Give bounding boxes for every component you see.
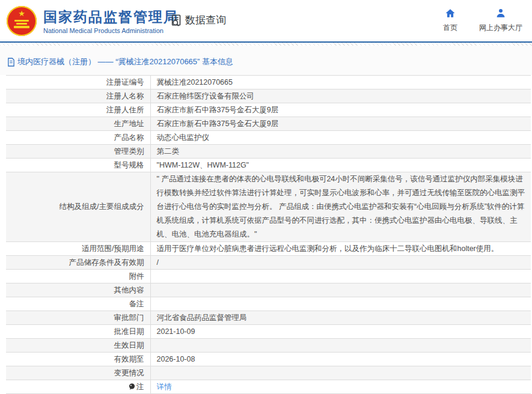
nmpa-logo[interactable]: ★ 国家药品监督管理局 National Medical Products Ad…	[6, 5, 179, 37]
row-label: 产品储存条件及有效期	[6, 256, 150, 270]
breadcrumb-text: 境内医疗器械（注册） —— “冀械注准20212070665” 基本信息	[17, 56, 233, 67]
table-row: 其他内容	[6, 283, 531, 297]
row-label: 变更情况	[6, 366, 150, 380]
data-query-nav[interactable]: 数据查询	[170, 13, 226, 27]
row-label: 适用范围/预期用途	[6, 242, 150, 256]
home-icon	[443, 8, 457, 20]
table-row: 备注	[6, 297, 531, 311]
national-emblem-icon: ★	[6, 5, 37, 37]
row-label: 附件	[6, 270, 150, 283]
table-row: 变更情况	[6, 366, 531, 380]
nav-home-label: 首页	[443, 23, 457, 33]
table-row: 生效日期	[6, 339, 531, 353]
row-label: 有效期至	[6, 353, 150, 366]
row-value	[150, 339, 531, 353]
row-value: 动态心电监护仪	[150, 131, 531, 145]
breadcrumb[interactable]: 境内医疗器械（注册） —— “冀械注准20212070665” 基本信息	[0, 46, 532, 75]
table-row: 型号规格 "HWM-112W、HWM-112G"	[6, 159, 531, 172]
row-label: 其他内容	[6, 283, 150, 297]
table-row: 结构及组成/主要组成成分 " 产品通过连接在患者的体表的心电导联线和电极可24小…	[6, 172, 531, 242]
table-row: 注册证编号 冀械注准20212070665	[6, 76, 531, 89]
site-subtitle: National Medical Products Administration	[43, 27, 179, 34]
table-row: 审批部门 河北省食品药品监督管理局	[6, 311, 531, 325]
registration-info-table: 注册证编号 冀械注准20212070665 注册人名称 石家庄翰纬医疗设备有限公…	[6, 75, 531, 394]
svg-text:★: ★	[18, 9, 25, 18]
table-row: 生产地址 石家庄市新石中路375号金石大厦9层	[6, 117, 531, 131]
table-row: 有效期至 2026-10-08	[6, 353, 531, 366]
table-row: 产品储存条件及有效期 /	[6, 256, 531, 270]
row-value: 第二类	[150, 145, 531, 159]
table-row: 管理类别 第二类	[6, 145, 531, 159]
person-icon	[479, 8, 522, 20]
row-label: 注册人住所	[6, 103, 150, 117]
table-row: 注册人名称 石家庄翰纬医疗设备有限公司	[6, 89, 531, 103]
row-label: 生产地址	[6, 117, 150, 131]
document-icon	[7, 58, 15, 67]
row-label: 产品名称	[6, 131, 150, 145]
row-value: " 产品通过连接在患者的体表的心电导联线和电极可24小时不间断采集信号，该信号通…	[150, 172, 531, 242]
row-value: /	[150, 256, 531, 270]
row-value: 冀械注准20212070665	[150, 76, 531, 89]
row-label: 注册证编号	[6, 76, 150, 89]
data-query-label: 数据查询	[185, 13, 226, 27]
row-value: 河北省食品药品监督管理局	[150, 311, 531, 325]
row-value	[150, 270, 531, 283]
row-label: 备注	[6, 297, 150, 311]
row-label: 结构及组成/主要组成成分	[6, 172, 150, 242]
table-row: 适用范围/预期用途 适用于医疗单位对心脏病患者进行远程心电监测和分析，以及作为临…	[6, 242, 531, 256]
row-label: 审批部门	[6, 311, 150, 325]
data-query-icon	[170, 14, 183, 27]
table-row: 批准日期 2021-10-09	[6, 325, 531, 339]
row-value: 石家庄市新石中路375号金石大厦9层	[150, 103, 531, 117]
row-label: 生效日期	[6, 339, 150, 353]
row-value	[150, 283, 531, 297]
row-label: 注册人名称	[6, 89, 150, 103]
page-header: ★ 国家药品监督管理局 National Medical Products Ad…	[0, 0, 532, 43]
note-icon	[129, 383, 135, 390]
nav-service-hall[interactable]: 网上办事大厅	[479, 8, 522, 33]
table-row: 产品名称 动态心电监护仪	[6, 131, 531, 145]
table-row: 注册人住所 石家庄市新石中路375号金石大厦9层	[6, 103, 531, 117]
row-value: 2026-10-08	[150, 353, 531, 366]
row-value: "HWM-112W、HWM-112G"	[150, 159, 531, 172]
row-value	[150, 366, 531, 380]
table-row: 附件	[6, 270, 531, 283]
row-label: 管理类别	[6, 145, 150, 159]
row-value: 详情	[150, 380, 531, 394]
table-row: 注 详情	[6, 380, 531, 394]
row-label: 注	[6, 380, 150, 394]
row-value: 石家庄翰纬医疗设备有限公司	[150, 89, 531, 103]
nav-service-hall-label: 网上办事大厅	[479, 23, 522, 33]
row-value: 2021-10-09	[150, 325, 531, 339]
row-value: 石家庄市新石中路375号金石大厦9层	[150, 117, 531, 131]
nav-home[interactable]: 首页	[443, 8, 457, 33]
row-value	[150, 297, 531, 311]
row-value: 适用于医疗单位对心脏病患者进行远程心电监测和分析，以及作为临床十二导联心电图机和…	[150, 242, 531, 256]
logo-text: 国家药品监督管理局 National Medical Products Admi…	[43, 8, 179, 34]
details-link[interactable]: 详情	[157, 383, 172, 391]
row-label: 型号规格	[6, 159, 150, 172]
header-nav: 首页 网上办事大厅	[443, 8, 522, 33]
site-title: 国家药品监督管理局	[43, 8, 179, 25]
row-label: 批准日期	[6, 325, 150, 339]
